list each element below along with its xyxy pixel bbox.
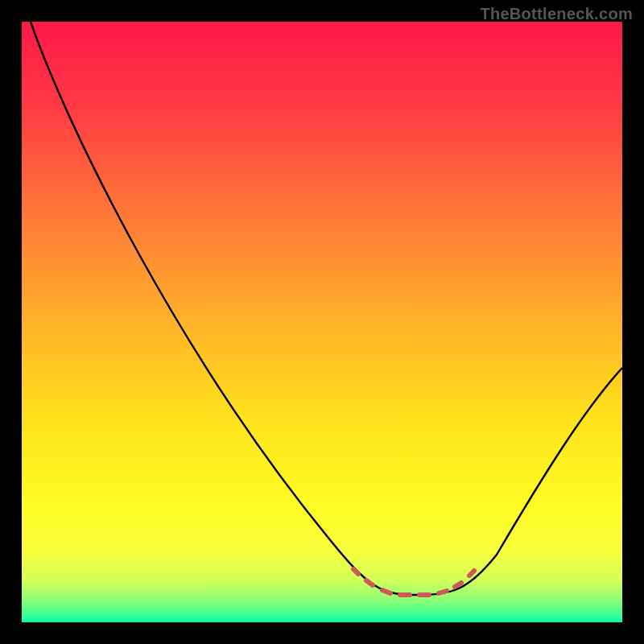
bottleneck-curve [22,22,622,622]
svg-line-3 [382,590,390,593]
watermark-text: TheBottleneck.com [480,5,633,23]
svg-line-1 [353,569,358,574]
plot-area [22,22,622,622]
svg-line-8 [469,571,474,576]
svg-line-2 [366,580,373,585]
chart-container: TheBottleneck.com [0,0,644,644]
svg-line-7 [455,583,461,587]
svg-line-6 [439,591,447,593]
